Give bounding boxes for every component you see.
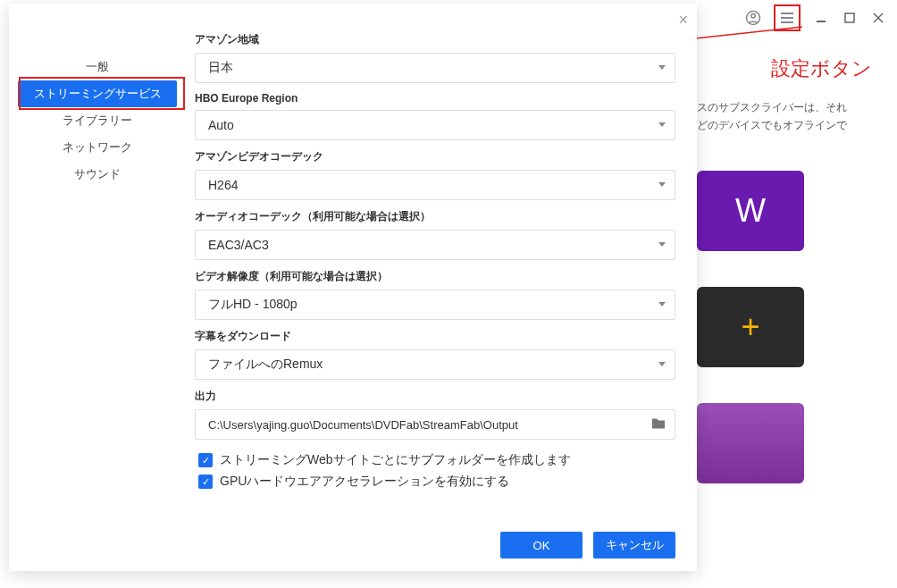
sidebar-item-network[interactable]: ネットワーク <box>18 134 177 161</box>
audio-codec-label: オーディオコーデック（利用可能な場合は選択） <box>195 209 675 224</box>
gpu-checkbox[interactable]: ✓ <box>198 475 213 489</box>
output-path-field[interactable]: C:\Users\yajing.guo\Documents\DVDFab\Str… <box>195 409 675 440</box>
chevron-down-icon <box>658 65 666 70</box>
chevron-down-icon <box>658 302 666 307</box>
annotation-label: 設定ボタン <box>771 55 872 82</box>
hbo-region-select[interactable]: Auto <box>195 110 675 140</box>
settings-button-highlight <box>774 4 801 31</box>
chevron-down-icon <box>658 362 666 366</box>
folder-icon[interactable] <box>651 417 666 433</box>
bg-descr-line2: どのデバイスでもオフラインで <box>697 119 847 131</box>
account-icon[interactable] <box>745 10 761 26</box>
resolution-label: ビデオ解像度（利用可能な場合は選択） <box>195 269 675 284</box>
service-tile[interactable] <box>697 403 804 483</box>
resolution-select[interactable]: フルHD - 1080p <box>195 290 675 320</box>
amazon-region-label: アマゾン地域 <box>195 32 675 47</box>
subfolder-checkbox-row[interactable]: ✓ ストリーミングWebサイトごとにサブフォルダーを作成します <box>195 452 675 468</box>
settings-body: アマゾン地域 日本 HBO Europe Region Auto アマゾンビデオ… <box>186 4 697 571</box>
amazon-region-select[interactable]: 日本 <box>195 53 675 83</box>
gpu-checkbox-row[interactable]: ✓ GPUハードウエアアクセラレーションを有効にする <box>195 474 675 490</box>
hamburger-icon[interactable] <box>779 10 795 26</box>
hbo-region-label: HBO Europe Region <box>195 92 675 105</box>
sidebar-item-general[interactable]: 一般 <box>18 54 177 80</box>
minimize-icon[interactable] <box>813 10 829 26</box>
chevron-down-icon <box>658 122 666 127</box>
background-description: スのサブスクライバーは、それ どのデバイスでもオフラインで <box>697 98 893 135</box>
resolution-value: フルHD - 1080p <box>208 297 298 313</box>
chevron-down-icon <box>658 242 666 247</box>
sidebar-item-library[interactable]: ライブラリー <box>18 107 177 134</box>
maximize-icon[interactable] <box>842 10 858 26</box>
gpu-checkbox-label: GPUハードウエアアクセラレーションを有効にする <box>220 474 509 490</box>
subtitles-value: ファイルへのRemux <box>208 357 323 373</box>
svg-point-1 <box>751 14 756 19</box>
output-path-value: C:\Users\yajing.guo\Documents\DVDFab\Str… <box>208 418 518 432</box>
video-codec-label: アマゾンビデオコーデック <box>195 149 675 164</box>
service-tile[interactable]: + <box>697 287 804 367</box>
sidebar-item-streaming[interactable]: ストリーミングサービス <box>18 80 177 107</box>
service-tile[interactable]: W <box>697 171 804 251</box>
subtitles-select[interactable]: ファイルへのRemux <box>195 349 675 380</box>
hbo-region-value: Auto <box>208 118 234 132</box>
subfolder-checkbox-label: ストリーミングWebサイトごとにサブフォルダーを作成します <box>220 452 571 468</box>
audio-codec-select[interactable]: EAC3/AC3 <box>195 230 675 260</box>
audio-codec-value: EAC3/AC3 <box>208 238 269 252</box>
output-label: 出力 <box>195 389 675 404</box>
settings-sidebar: 一般 ストリーミングサービス ライブラリー ネットワーク サウンド <box>9 4 186 571</box>
background-content: スのサブスクライバーは、それ どのデバイスでもオフラインで W + <box>697 98 893 519</box>
video-codec-select[interactable]: H264 <box>195 170 675 200</box>
chevron-down-icon <box>658 182 666 187</box>
sidebar-item-sound[interactable]: サウンド <box>18 161 177 188</box>
cancel-button[interactable]: キャンセル <box>593 532 675 559</box>
video-codec-value: H264 <box>208 178 238 192</box>
subtitles-label: 字幕をダウンロード <box>195 329 675 344</box>
ok-button[interactable]: OK <box>500 532 583 559</box>
dialog-footer: OK キャンセル <box>500 532 675 559</box>
subfolder-checkbox[interactable]: ✓ <box>198 453 213 467</box>
settings-dialog: × 一般 ストリーミングサービス ライブラリー ネットワーク サウンド アマゾン… <box>9 4 697 571</box>
svg-rect-6 <box>845 13 854 22</box>
close-window-icon[interactable] <box>870 10 886 26</box>
amazon-region-value: 日本 <box>208 60 233 76</box>
bg-descr-line1: スのサブスクライバーは、それ <box>697 101 847 113</box>
